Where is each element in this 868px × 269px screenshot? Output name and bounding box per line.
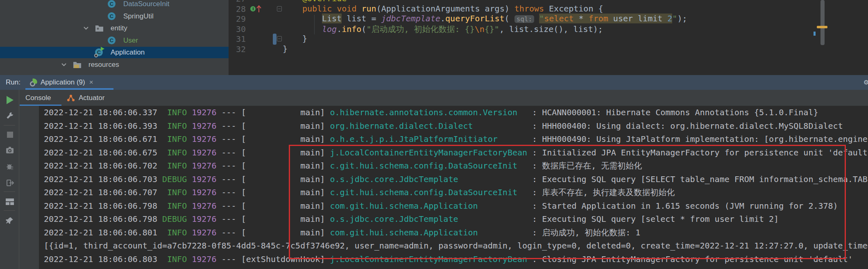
code-token: * bbox=[574, 14, 589, 23]
actuator-icon bbox=[67, 94, 75, 102]
run-toolbar bbox=[0, 90, 19, 269]
code-token: ( bbox=[361, 24, 366, 34]
tree-item-label: Application bbox=[111, 48, 145, 57]
code-token: , list.size(), list); bbox=[499, 24, 603, 34]
run-tab-title: Application (9) bbox=[41, 78, 85, 87]
editor-scrollbar[interactable] bbox=[820, 0, 825, 45]
tree-item-label: entity bbox=[111, 24, 127, 32]
code-line: @Override bbox=[302, 0, 347, 3]
code-token: @Override bbox=[302, 0, 347, 3]
console-log-line: 2022-12-21 18:06:06.703 DEBUG 19276 --- … bbox=[39, 173, 868, 186]
camera-snapshot-icon[interactable] bbox=[5, 146, 14, 155]
console-log-line: 2022-12-21 18:06:06.805 INFO 19276 --- [… bbox=[39, 266, 868, 269]
code-line: } bbox=[283, 44, 288, 54]
code-token: List bbox=[322, 14, 342, 23]
code-editor[interactable]: 27@Override28public void run(Application… bbox=[229, 0, 868, 75]
code-token: sql: bbox=[514, 15, 535, 23]
code-token: run bbox=[362, 4, 376, 14]
tab-actuator-label: Actuator bbox=[79, 94, 104, 102]
console-log-line: 2022-12-21 18:06:06.803 INFO 19276 --- [… bbox=[39, 253, 868, 266]
tab-console[interactable]: Console bbox=[25, 90, 51, 106]
chevron-down-icon[interactable] bbox=[83, 25, 89, 32]
code-token: from bbox=[589, 14, 608, 23]
code-token: queryForList bbox=[445, 14, 505, 23]
exit-icon[interactable] bbox=[5, 178, 14, 187]
tree-item-springutil[interactable]: CSpringUtil bbox=[0, 11, 229, 22]
code-token: select bbox=[544, 14, 573, 23]
fold-start-icon[interactable] bbox=[277, 6, 282, 11]
restore-layout-icon[interactable] bbox=[5, 197, 14, 206]
tree-item-label: DataSourceInit bbox=[123, 0, 169, 8]
toolbar-separator bbox=[4, 210, 15, 211]
code-token: " bbox=[539, 14, 544, 23]
console-log-line: 2022-12-21 18:06:06.707 INFO 19276 --- [… bbox=[39, 186, 868, 199]
code-line: log.info("启动成功, 初始化数据: {}\n{}", list.siz… bbox=[322, 24, 603, 35]
code-token: log bbox=[322, 24, 337, 34]
run-label: Run: bbox=[6, 78, 20, 87]
chevron-down-icon[interactable] bbox=[61, 61, 67, 68]
tree-item-user[interactable]: CUser bbox=[0, 35, 229, 46]
run-view-tabs: Console Actuator bbox=[19, 90, 868, 106]
console-log-line: 2022-12-21 18:06:06.702 INFO 19276 --- [… bbox=[39, 159, 868, 173]
console-log-line: 2022-12-21 18:06:06.801 INFO 19276 --- [… bbox=[39, 226, 868, 239]
code-token: public void bbox=[302, 4, 362, 14]
tree-item-label: resources bbox=[88, 61, 119, 69]
console-log-line: [{id=1, third_account_id=a7cb7228-0f85-4… bbox=[39, 239, 868, 253]
tab-console-label: Console bbox=[25, 94, 51, 102]
code-token: throws bbox=[514, 4, 549, 14]
class-icon: C bbox=[108, 0, 117, 8]
code-token: " bbox=[672, 14, 677, 23]
pin-icon[interactable] bbox=[5, 216, 14, 225]
line-number: 30 bbox=[229, 24, 246, 34]
class-icon: C bbox=[108, 36, 117, 45]
fold-end-icon[interactable] bbox=[277, 36, 282, 41]
tree-item-datasourceinit[interactable]: CDataSourceInit bbox=[0, 0, 229, 10]
console-log-line: 2022-12-21 18:06:06.798 INFO 19276 --- [… bbox=[39, 199, 868, 213]
run-toolwindow-header: Run: Application (9) × ⚙ bbox=[0, 75, 868, 90]
toolwindow-options-icon[interactable]: ⚙ bbox=[863, 79, 868, 85]
line-number: 31 bbox=[229, 34, 246, 44]
code-token: ); bbox=[677, 14, 687, 23]
code-token: . bbox=[337, 24, 342, 34]
rerun-icon[interactable] bbox=[5, 96, 14, 105]
toolbar-separator bbox=[4, 125, 15, 125]
line-number: 29 bbox=[229, 14, 246, 24]
run-configuration-tab[interactable]: Application (9) × bbox=[25, 75, 97, 90]
spring-boot-run-icon bbox=[29, 79, 37, 87]
code-token: } bbox=[302, 34, 307, 43]
settings-wrench-icon[interactable] bbox=[5, 111, 14, 120]
toolbar-separator bbox=[4, 191, 15, 192]
tree-item-label: SpringUtil bbox=[123, 12, 154, 21]
tree-item-entity[interactable]: entity bbox=[0, 23, 229, 34]
console-log-line: 2022-12-21 18:06:06.675 INFO 19276 --- [… bbox=[39, 146, 868, 160]
code-token: info bbox=[342, 24, 361, 34]
code-token: ( bbox=[505, 14, 514, 23]
line-number: 32 bbox=[229, 44, 246, 54]
console-log-line: 2022-12-21 18:06:06.671 INFO 19276 --- [… bbox=[39, 132, 868, 146]
code-token: . bbox=[440, 14, 445, 23]
code-token: "启动成功, 初始化数据: {} bbox=[366, 24, 474, 34]
package-folder-icon bbox=[95, 24, 104, 32]
code-token: } bbox=[283, 44, 288, 54]
code-line: } bbox=[302, 34, 307, 43]
caret-stripe-mark bbox=[814, 32, 816, 36]
spring-boot-main-class-icon: C bbox=[95, 48, 104, 57]
tab-actuator[interactable]: Actuator bbox=[67, 90, 104, 106]
code-token: \n bbox=[475, 24, 485, 34]
code-token: Exception { bbox=[549, 4, 603, 14]
project-tree[interactable]: CDataSourceInitCSpringUtilentityCUserCAp… bbox=[0, 0, 229, 75]
line-number: 27 bbox=[229, 0, 246, 4]
console-log-line: 2022-12-21 18:06:06.337 INFO 19276 --- [… bbox=[39, 106, 868, 119]
stop-icon[interactable] bbox=[5, 130, 14, 139]
console-toolbar: ↑ ↓ bbox=[19, 106, 39, 269]
tree-item-resources[interactable]: resources bbox=[0, 59, 229, 71]
console-log-line: 2022-12-21 18:06:06.798 DEBUG 19276 --- … bbox=[39, 212, 868, 226]
mute-breakpoints-bug-icon[interactable] bbox=[5, 162, 14, 171]
tree-item-application[interactable]: CApplication bbox=[0, 47, 229, 58]
console-output[interactable]: 2022-12-21 18:06:06.337 INFO 19276 --- [… bbox=[39, 106, 868, 269]
overrides-method-icon[interactable] bbox=[250, 5, 263, 13]
indent-guide bbox=[314, 15, 315, 34]
close-icon[interactable]: × bbox=[89, 78, 93, 87]
warning-stripe-mark[interactable] bbox=[817, 26, 827, 28]
vcs-change-marker[interactable] bbox=[273, 34, 276, 45]
